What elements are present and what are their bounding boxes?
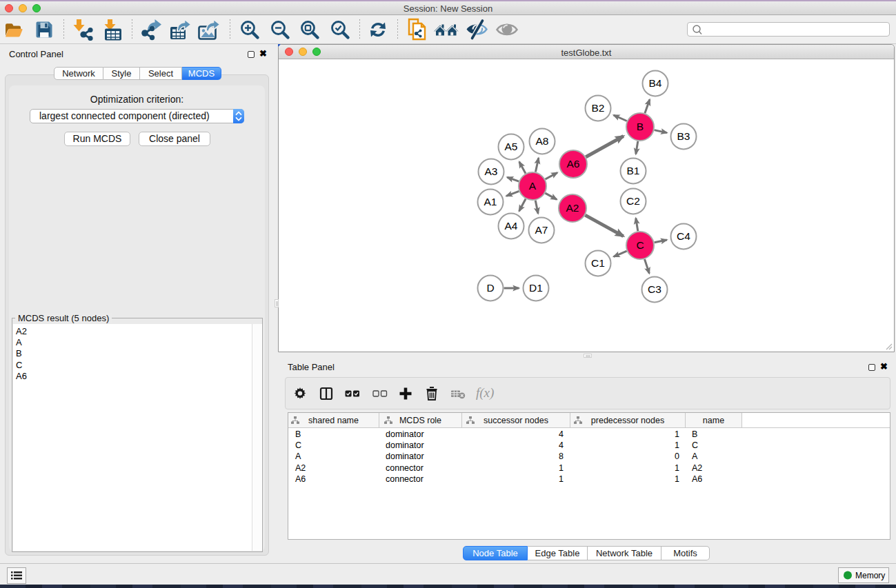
svg-text:A7: A7 xyxy=(535,224,548,236)
svg-text:B4: B4 xyxy=(649,77,662,89)
svg-text:A2: A2 xyxy=(566,202,579,214)
svg-text:C3: C3 xyxy=(648,283,661,295)
svg-text:B2: B2 xyxy=(592,102,605,114)
svg-text:C4: C4 xyxy=(677,230,690,242)
svg-text:Memory: Memory xyxy=(855,571,885,580)
svg-text:A1: A1 xyxy=(484,196,497,207)
svg-text:A4: A4 xyxy=(505,220,518,232)
svg-text:A6: A6 xyxy=(567,158,580,170)
svg-text:A: A xyxy=(529,180,537,192)
svg-text:B: B xyxy=(637,121,644,132)
svg-text:B3: B3 xyxy=(677,130,690,142)
svg-text:D1: D1 xyxy=(529,282,543,294)
svg-text:C2: C2 xyxy=(626,195,640,207)
svg-text:C: C xyxy=(636,239,644,251)
svg-text:C1: C1 xyxy=(591,257,605,269)
svg-text:A8: A8 xyxy=(536,135,549,147)
svg-text:D: D xyxy=(486,282,494,294)
svg-text:B1: B1 xyxy=(627,165,640,176)
svg-text:A5: A5 xyxy=(505,141,518,152)
svg-text:A3: A3 xyxy=(485,165,498,177)
